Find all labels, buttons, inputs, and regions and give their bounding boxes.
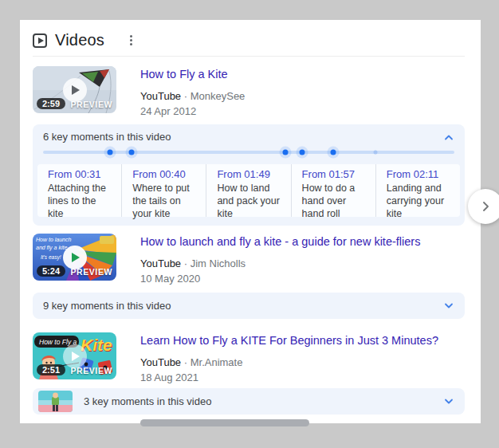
- video-title-link[interactable]: How to launch and fly a kite - a guide f…: [140, 235, 420, 248]
- video-thumbnail-1[interactable]: 2:59 PREVIEW: [33, 66, 116, 113]
- duration-badge: 2:51: [37, 364, 65, 375]
- chip-description: Attaching the lines to the kite: [48, 183, 113, 220]
- videos-card: Videos 2:59 PREVIEW How to Fly a Kite Yo…: [20, 20, 481, 423]
- svg-text:It's easy!: It's easy!: [41, 254, 61, 261]
- chip-description: Landing and carrying your kite: [387, 183, 452, 220]
- chip-description: How to land and pack your kite: [217, 183, 282, 220]
- video-date: 18 Aug 2021: [140, 371, 438, 383]
- meta-separator: ·: [184, 356, 187, 368]
- play-icon: [63, 78, 87, 102]
- videos-header: Videos: [33, 31, 136, 49]
- chevron-down-icon[interactable]: [444, 303, 454, 309]
- duration-badge: 2:59: [37, 98, 65, 109]
- more-options-icon[interactable]: [127, 32, 136, 49]
- key-moments-panel-2[interactable]: 9 key moments in this video: [33, 293, 465, 319]
- horizontal-scrollbar-thumb[interactable]: [140, 419, 309, 426]
- video-channel: Jim Nicholls: [191, 257, 246, 269]
- key-moment-chip[interactable]: From 01:57 How to do a hand over hand ro…: [291, 164, 375, 217]
- header-divider: [33, 56, 465, 57]
- video-thumbnail-3[interactable]: How to Fly a Kite Kite 2:51 PREVIEW: [33, 332, 116, 379]
- video-source: YouTube: [140, 257, 181, 269]
- timeline-dot[interactable]: [108, 150, 113, 155]
- key-moments-panel-1[interactable]: 6 key moments in this video From 00:31 A…: [33, 124, 465, 226]
- timeline-dot[interactable]: [300, 150, 305, 155]
- video-play-icon: [33, 33, 47, 48]
- play-icon: [63, 344, 87, 368]
- key-moments-chips: From 00:31 Attaching the lines to the ki…: [37, 164, 460, 217]
- chip-timestamp: From 01:49: [217, 168, 282, 180]
- chip-timestamp: From 01:57: [302, 168, 367, 180]
- play-icon: [63, 246, 87, 269]
- key-moments-label: 9 key moments in this video: [43, 300, 171, 312]
- video-channel: MonkeySee: [191, 90, 246, 102]
- next-moments-button[interactable]: [468, 189, 499, 224]
- key-moment-chip[interactable]: From 02:11 Landing and carrying your kit…: [375, 164, 460, 217]
- svg-text:How to launch: How to launch: [36, 237, 71, 242]
- timeline-dot[interactable]: [282, 150, 288, 155]
- key-moments-label: 6 key moments in this video: [43, 131, 171, 143]
- video-date: 24 Apr 2012: [140, 105, 245, 117]
- meta-separator: ·: [184, 257, 187, 269]
- meta-separator: ·: [184, 90, 187, 102]
- svg-text:and fly a kite: and fly a kite: [36, 245, 67, 251]
- key-moments-panel-3[interactable]: 3 key moments in this video: [33, 388, 465, 415]
- key-moment-chip[interactable]: From 01:49 How to land and pack your kit…: [206, 164, 290, 217]
- chip-timestamp: From 00:40: [132, 168, 198, 180]
- duration-badge: 5:24: [37, 265, 65, 277]
- preview-badge: PREVIEW: [70, 267, 112, 277]
- chip-description: How to do a hand over hand roll: [302, 183, 367, 220]
- preview-badge: PREVIEW: [70, 366, 112, 375]
- video-meta: YouTube · Jim Nicholls: [140, 257, 420, 269]
- video-source: YouTube: [140, 90, 181, 102]
- chevron-up-icon[interactable]: [444, 134, 454, 140]
- timeline-dot[interactable]: [331, 150, 336, 155]
- video-result-1: 2:59 PREVIEW How to Fly a Kite YouTube ·…: [33, 66, 465, 117]
- chevron-right-icon: [479, 200, 492, 213]
- preview-badge: PREVIEW: [70, 100, 112, 109]
- key-moments-timeline: [43, 151, 454, 154]
- video-title-link[interactable]: How to Fly a Kite: [140, 68, 228, 81]
- key-moment-chip[interactable]: From 00:31 Attaching the lines to the ki…: [37, 164, 121, 217]
- video-result-2: How to launch and fly a kite It's easy! …: [33, 234, 465, 285]
- timeline-dot[interactable]: [374, 151, 378, 155]
- video-meta: YouTube · MonkeySee: [140, 90, 245, 102]
- chip-timestamp: From 00:31: [48, 168, 113, 180]
- video-result-3: How to Fly a Kite Kite 2:51 PREVIEW Lear…: [33, 332, 465, 383]
- chip-timestamp: From 02:11: [387, 168, 452, 180]
- key-moment-chip[interactable]: From 00:40 Where to put the tails on you…: [121, 164, 206, 217]
- timeline-dot[interactable]: [129, 150, 135, 155]
- key-moments-label: 3 key moments in this video: [84, 395, 211, 407]
- section-title: Videos: [55, 31, 104, 49]
- video-source: YouTube: [140, 356, 181, 368]
- video-title-link[interactable]: Learn How to Fly a KITE For Beginners in…: [140, 334, 438, 347]
- video-thumbnail-2[interactable]: How to launch and fly a kite It's easy! …: [33, 234, 116, 281]
- chip-description: Where to put the tails on your kite: [132, 183, 198, 220]
- video-channel: Mr.Animate: [191, 356, 243, 368]
- video-date: 10 May 2020: [140, 273, 420, 285]
- video-meta: YouTube · Mr.Animate: [140, 356, 438, 368]
- key-moment-mini-thumbnail: [38, 391, 73, 412]
- chevron-down-icon[interactable]: [444, 399, 454, 405]
